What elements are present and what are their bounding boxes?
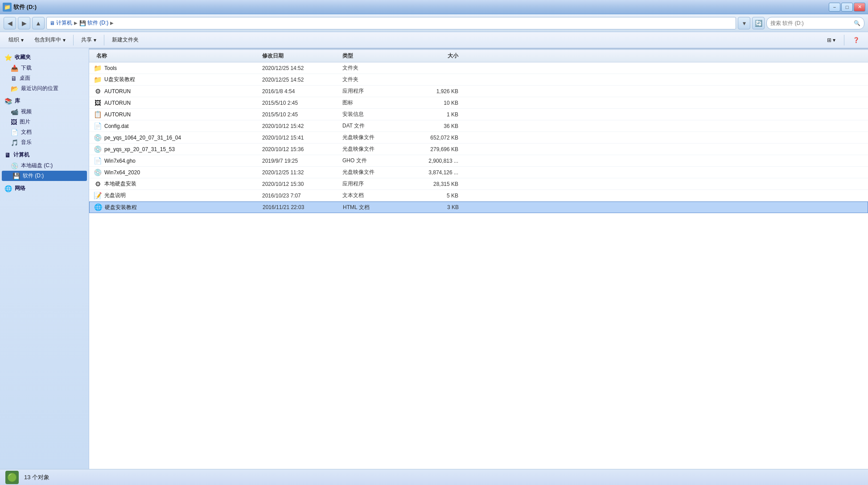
file-icon: 💿 (94, 169, 102, 177)
table-row[interactable]: 📄 Win7x64.gho 2019/9/7 19:25 GHO 文件 2,90… (89, 155, 868, 167)
file-name-cell: 📋 AUTORUN (93, 111, 262, 119)
desktop-icon: 🖥 (11, 75, 17, 82)
forward-button[interactable]: ▶ (18, 17, 30, 29)
back-button[interactable]: ◀ (4, 17, 16, 29)
refresh-button[interactable]: 🔄 (752, 17, 765, 29)
file-date-cell: 2020/12/25 11:32 (262, 169, 342, 176)
window-title: 软件 (D:) (13, 3, 37, 11)
column-header: 名称 修改日期 类型 大小 (89, 50, 868, 62)
sidebar-header-network[interactable]: 🌐 网络 (0, 183, 89, 194)
col-date-header[interactable]: 修改日期 (262, 52, 342, 60)
file-type-cell: 光盘映像文件 (342, 134, 405, 141)
new-folder-button[interactable]: 新建文件夹 (107, 34, 144, 46)
table-row[interactable]: ⚙ AUTORUN 2016/1/8 4:54 应用程序 1,926 KB (89, 86, 868, 97)
table-row[interactable]: 📋 AUTORUN 2015/5/10 2:45 安装信息 1 KB (89, 109, 868, 120)
sidebar-item-music[interactable]: 🎵 音乐 (0, 137, 89, 148)
col-size-header[interactable]: 大小 (405, 52, 458, 60)
file-name-text: pe_yqs_xp_20_07_31_15_53 (104, 146, 175, 152)
table-row[interactable]: 🖼 AUTORUN 2015/5/10 2:45 图标 10 KB (89, 97, 868, 109)
minimize-button[interactable]: − (829, 3, 840, 12)
sidebar-header-favorites[interactable]: ⭐ 收藏夹 (0, 52, 89, 63)
file-name-text: Tools (104, 65, 117, 71)
sidebar-item-download[interactable]: 📥 下载 (0, 63, 89, 73)
download-icon: 📥 (11, 65, 18, 72)
file-icon: 🌐 (94, 203, 102, 211)
file-size-cell: 2,900,813 ... (405, 158, 458, 164)
up-button[interactable]: ▲ (32, 17, 45, 29)
table-row[interactable]: 📁 Tools 2020/12/25 14:52 文件夹 (89, 62, 868, 74)
table-row[interactable]: 📁 U盘安装教程 2020/12/25 14:52 文件夹 (89, 74, 868, 86)
file-type-cell: 光盘映像文件 (342, 169, 405, 176)
file-name-text: U盘安装教程 (104, 76, 135, 83)
breadcrumb-computer[interactable]: 🖥 计算机 (49, 19, 72, 27)
help-button[interactable]: ❓ (848, 34, 864, 46)
table-row[interactable]: 💿 pe_yqs_xp_20_07_31_15_53 2020/10/12 15… (89, 144, 868, 155)
file-size-cell: 3 KB (405, 204, 459, 210)
sidebar-header-computer[interactable]: 🖥 计算机 (0, 149, 89, 160)
file-size-cell: 1,926 KB (405, 88, 458, 95)
c-drive-icon: 💿 (11, 162, 18, 169)
file-name-cell: 📁 Tools (93, 64, 262, 72)
file-date-cell: 2016/10/23 7:07 (262, 193, 342, 199)
sidebar-item-pictures[interactable]: 🖼 图片 (0, 117, 89, 127)
search-input[interactable] (770, 20, 852, 26)
file-icon: 💿 (94, 145, 102, 153)
file-date-cell: 2015/5/10 2:45 (262, 100, 342, 106)
col-type-header[interactable]: 类型 (342, 52, 405, 60)
table-row[interactable]: 📝 光盘说明 2016/10/23 7:07 文本文档 5 KB (89, 190, 868, 201)
sidebar-section-network: 🌐 网络 (0, 183, 89, 194)
file-name-cell: 💿 pe_yqs_1064_20_07_31_16_04 (93, 134, 262, 142)
file-date-cell: 2015/5/10 2:45 (262, 111, 342, 118)
file-list: 📁 Tools 2020/12/25 14:52 文件夹 📁 U盘安装教程 20… (89, 62, 868, 469)
sidebar-header-library[interactable]: 📚 库 (0, 95, 89, 107)
file-name-text: AUTORUN (104, 111, 131, 118)
maximize-button[interactable]: □ (841, 3, 853, 12)
file-name-cell: 📁 U盘安装教程 (93, 76, 262, 84)
sidebar-item-c-drive[interactable]: 💿 本地磁盘 (C:) (0, 160, 89, 171)
sidebar-item-video[interactable]: 📹 视频 (0, 107, 89, 117)
file-date-cell: 2020/10/12 15:42 (262, 123, 342, 129)
table-row[interactable]: ⚙ 本地硬盘安装 2020/10/12 15:30 应用程序 28,315 KB (89, 178, 868, 190)
file-icon: ⚙ (94, 87, 102, 95)
view-button[interactable]: ⊞ ▾ (822, 34, 840, 46)
sidebar-item-d-drive[interactable]: 💾 软件 (D:) (2, 171, 87, 181)
sidebar-item-documents[interactable]: 📄 文档 (0, 127, 89, 137)
breadcrumb-drive[interactable]: 💾 软件 (D:) (79, 19, 108, 27)
file-name-text: 硬盘安装教程 (105, 204, 137, 211)
status-bar: 🟢 13 个对象 (0, 469, 868, 485)
file-date-cell: 2020/10/12 15:41 (262, 135, 342, 141)
file-name-text: Win7x64.gho (104, 158, 136, 164)
sidebar-item-recent[interactable]: 📂 最近访问的位置 (0, 83, 89, 94)
d-drive-icon: 💾 (12, 173, 20, 180)
file-icon: 📁 (94, 64, 102, 72)
file-name-cell: 💿 pe_yqs_xp_20_07_31_15_53 (93, 145, 262, 153)
file-type-cell: 文件夹 (342, 64, 405, 72)
file-name-text: Config.dat (104, 123, 129, 129)
address-dropdown-button[interactable]: ▾ (738, 17, 750, 29)
file-type-cell: 文本文档 (342, 192, 405, 199)
file-type-cell: DAT 文件 (342, 122, 405, 130)
include-library-button[interactable]: 包含到库中 ▾ (29, 34, 70, 46)
file-type-cell: 安装信息 (342, 111, 405, 118)
file-type-cell: 应用程序 (342, 180, 405, 188)
table-row[interactable]: 💿 pe_yqs_1064_20_07_31_16_04 2020/10/12 … (89, 132, 868, 144)
file-name-cell: ⚙ 本地硬盘安装 (93, 180, 262, 188)
file-date-cell: 2020/10/12 15:36 (262, 146, 342, 152)
sidebar-item-desktop[interactable]: 🖥 桌面 (0, 73, 89, 83)
organize-button[interactable]: 组织 ▾ (4, 34, 29, 46)
search-box[interactable]: 🔍 (766, 17, 864, 29)
table-row[interactable]: 🌐 硬盘安装教程 2016/11/21 22:03 HTML 文档 3 KB (89, 201, 868, 213)
address-bar: ◀ ▶ ▲ 🖥 计算机 ▶ 💾 软件 (D:) ▶ ▾ 🔄 🔍 (0, 14, 868, 32)
file-date-cell: 2016/11/21 22:03 (263, 204, 343, 210)
share-button[interactable]: 共享 ▾ (76, 34, 101, 46)
table-row[interactable]: 📄 Config.dat 2020/10/12 15:42 DAT 文件 36 … (89, 120, 868, 132)
file-size-cell: 652,072 KB (405, 135, 458, 141)
table-row[interactable]: 💿 Win7x64_2020 2020/12/25 11:32 光盘映像文件 3… (89, 167, 868, 178)
close-button[interactable]: ✕ (854, 3, 865, 12)
file-size-cell: 28,315 KB (405, 181, 458, 187)
col-name-header[interactable]: 名称 (93, 52, 262, 60)
library-icon: 📚 (4, 98, 12, 105)
toolbar-separator-3 (844, 35, 844, 45)
file-icon: 📝 (94, 192, 102, 200)
status-text: 13 个对象 (24, 473, 49, 481)
